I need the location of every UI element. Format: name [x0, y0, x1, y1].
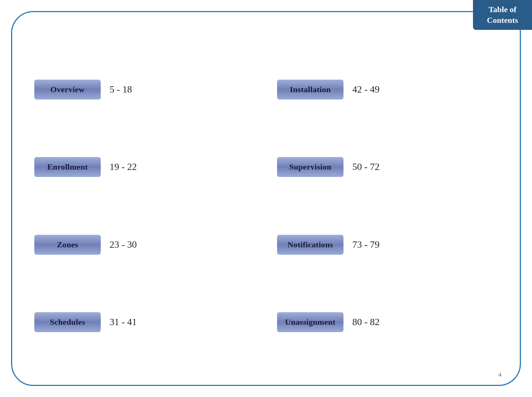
- toc-label-supervision[interactable]: Supervision: [277, 157, 343, 177]
- toc-item-installation: Installation 42 - 49: [277, 80, 498, 100]
- toc-pages-notifications: 73 - 79: [352, 239, 380, 250]
- toc-pages-unassignment: 80 - 82: [352, 317, 380, 328]
- toc-pages-schedules: 31 - 41: [110, 317, 137, 328]
- page-number: 4: [498, 372, 501, 378]
- toc-label-installation[interactable]: Installation: [277, 80, 343, 100]
- toc-tab-line2: Contents: [487, 15, 518, 25]
- toc-item-unassignment: Unassignment 80 - 82: [277, 312, 498, 332]
- toc-label-unassignment[interactable]: Unassignment: [277, 312, 343, 332]
- toc-item-schedules: Schedules 31 - 41: [34, 312, 255, 332]
- toc-item-zones: Zones 23 - 30: [34, 235, 255, 255]
- toc-tab-line1: Table of: [488, 5, 517, 14]
- toc-pages-zones: 23 - 30: [110, 239, 137, 250]
- toc-item-overview: Overview 5 - 18: [34, 80, 255, 100]
- main-box: Overview 5 - 18 Installation 42 - 49 Enr…: [11, 11, 521, 386]
- toc-tab: Table of Contents: [473, 0, 532, 30]
- toc-label-notifications[interactable]: Notifications: [277, 235, 343, 255]
- toc-item-notifications: Notifications 73 - 79: [277, 235, 498, 255]
- toc-item-enrollment: Enrollment 19 - 22: [34, 157, 255, 177]
- toc-pages-enrollment: 19 - 22: [110, 161, 137, 173]
- toc-pages-supervision: 50 - 72: [352, 161, 380, 173]
- page-container: Table of Contents Overview 5 - 18 Instal…: [0, 0, 532, 397]
- toc-label-schedules[interactable]: Schedules: [34, 312, 101, 332]
- toc-item-supervision: Supervision 50 - 72: [277, 157, 498, 177]
- toc-pages-overview: 5 - 18: [110, 84, 132, 95]
- toc-label-overview[interactable]: Overview: [34, 80, 101, 100]
- toc-pages-installation: 42 - 49: [352, 84, 380, 95]
- toc-label-enrollment[interactable]: Enrollment: [34, 157, 101, 177]
- content-area: Overview 5 - 18 Installation 42 - 49 Enr…: [34, 56, 498, 355]
- toc-label-zones[interactable]: Zones: [34, 235, 101, 255]
